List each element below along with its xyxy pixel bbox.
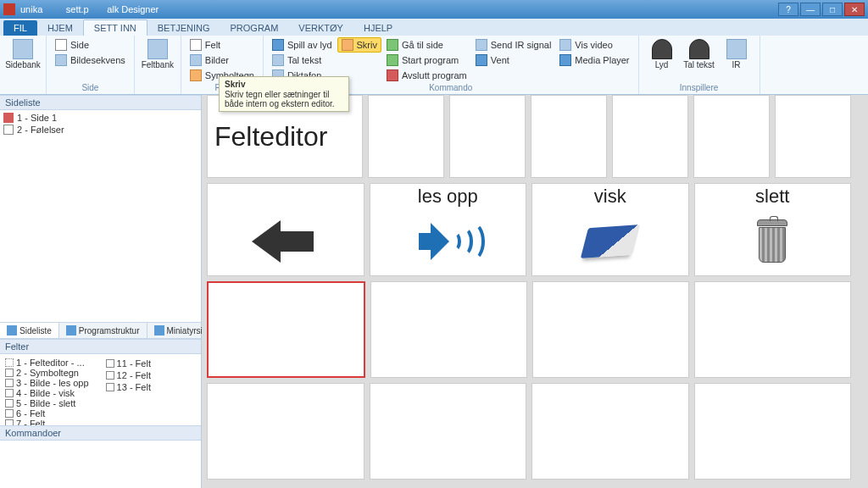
cell-les-opp[interactable]: les opp (370, 183, 527, 276)
felter-item[interactable]: 13 - Felt (106, 381, 151, 393)
checkbox-icon (106, 359, 114, 368)
skriv-button[interactable]: Skriv (337, 37, 381, 53)
tab-verktoy[interactable]: VERKTØY (288, 20, 353, 36)
spill-av-lyd-button[interactable]: Spill av lyd (269, 37, 336, 52)
goto-icon (387, 39, 398, 51)
felter-item[interactable]: 3 - Bilde - les opp (5, 378, 89, 388)
tab-settinn[interactable]: SETT INN (83, 19, 147, 36)
felt-icon (190, 39, 202, 51)
sideliste-item[interactable]: 2 - Følelser (3, 124, 198, 136)
cell-empty[interactable] (694, 383, 852, 480)
felter-item[interactable]: 12 - Felt (106, 369, 151, 381)
page-icon (55, 39, 67, 51)
sidebank-button[interactable]: Sidebank (5, 37, 41, 82)
cell-slett[interactable]: slett (694, 183, 852, 276)
ribbon: Sidebank Side Bildesekvens Side Feltbank… (0, 36, 868, 95)
media-player-button[interactable]: Media Player (556, 53, 632, 67)
felter-label: 11 - Felt (117, 358, 151, 369)
cell-empty[interactable] (370, 281, 527, 378)
felter-item[interactable]: 1 - Felteditor - ... (5, 358, 89, 368)
eraser-icon (581, 225, 640, 258)
feltbank-button[interactable]: Feltbank (140, 37, 175, 82)
vis-video-button[interactable]: Vis video (556, 37, 632, 52)
cell-empty[interactable] (531, 95, 607, 178)
cell-empty[interactable] (612, 95, 688, 178)
send-ir-button[interactable]: Send IR signal (472, 37, 555, 52)
checkbox-icon (5, 358, 14, 367)
kommandoer-header: Kommandoer (0, 425, 201, 441)
pencil-icon (342, 39, 353, 51)
symboltegn-icon (190, 69, 202, 81)
tab-programstruktur[interactable]: Programstruktur (59, 323, 147, 338)
checkbox-icon (5, 369, 14, 377)
cell-empty[interactable] (449, 95, 526, 178)
ga-til-side-button[interactable]: Gå til side (383, 37, 470, 52)
sideliste-header: Sideliste (0, 95, 201, 110)
tab-sideliste[interactable]: Sideliste (0, 323, 59, 338)
cell-empty[interactable] (368, 95, 444, 178)
tal-tekst-button[interactable]: Tal tekst (269, 53, 336, 67)
felter-header: Felter (0, 339, 201, 354)
avslutt-program-button[interactable]: Avslutt program (383, 68, 470, 82)
cell-empty[interactable] (775, 95, 851, 178)
lyd-label: Lyd (655, 60, 669, 69)
panel-tabs: Sideliste Programstruktur Miniatyrsider (0, 322, 201, 339)
cell-empty[interactable] (207, 383, 364, 480)
felter-body: 1 - Felteditor - ...2 - Symboltegn3 - Bi… (0, 354, 201, 425)
tal-tekst-rec-button[interactable]: Tal tekst (682, 37, 717, 82)
checkbox-icon (106, 371, 114, 380)
cell-empty[interactable] (693, 95, 770, 178)
felter-label: 13 - Felt (117, 382, 151, 392)
help-button[interactable]: ? (778, 3, 798, 16)
close-button[interactable]: ✕ (844, 3, 865, 16)
cell-selected[interactable] (207, 281, 365, 378)
felter-item[interactable]: 2 - Symboltegn (5, 368, 89, 378)
feltbank-label: Feltbank (142, 60, 174, 69)
tab-program[interactable]: PROGRAM (220, 20, 289, 36)
felter-label: 4 - Bilde - visk (16, 388, 75, 398)
sideliste-item[interactable]: 1 - Side 1 (3, 112, 198, 124)
tree-icon (66, 325, 76, 336)
felter-item[interactable]: 5 - Bilde - slett (5, 398, 89, 408)
checkbox-icon (5, 399, 14, 408)
cell-empty[interactable] (531, 383, 689, 480)
trash-icon (755, 219, 789, 263)
felter-label: 5 - Bilde - slett (16, 398, 75, 408)
felt-button[interactable]: Felt (186, 37, 258, 52)
side-button[interactable]: Side (52, 37, 129, 52)
sidebank-label: Sidebank (5, 60, 41, 69)
cell-empty[interactable] (694, 281, 851, 378)
lyd-button[interactable]: Lyd (644, 37, 680, 82)
cell-caption: slett (755, 186, 789, 208)
tab-fil[interactable]: FIL (3, 20, 37, 36)
tab-betjening[interactable]: BETJENING (147, 20, 220, 36)
tab-hjem[interactable]: HJEM (37, 20, 83, 36)
tooltip-body: Skriv tegn eller sætninger til både inte… (225, 90, 343, 108)
cell-back[interactable] (207, 183, 364, 276)
ir-rec-button[interactable]: IR (719, 37, 754, 82)
ir-rec-icon (726, 39, 747, 59)
headset-icon (652, 39, 672, 59)
felter-item[interactable]: 4 - Bilde - visk (5, 388, 89, 398)
window-title: unika sett.p alk Designer (20, 4, 778, 14)
cell-visk[interactable]: visk (531, 183, 689, 276)
pause-icon (476, 54, 487, 66)
start-program-button[interactable]: Start program (383, 53, 470, 67)
cell-empty[interactable] (532, 281, 689, 378)
minimize-button[interactable]: — (800, 3, 821, 16)
bildesekvens-button[interactable]: Bildesekvens (52, 53, 129, 67)
left-panel: Sideliste 1 - Side 1 2 - Følelser Sideli… (0, 95, 202, 488)
felter-item[interactable]: 7 - Felt (5, 419, 89, 425)
media-icon (559, 54, 571, 66)
felter-label: 6 - Felt (16, 408, 45, 419)
vent-button[interactable]: Vent (472, 53, 555, 67)
ir-rec-label: IR (732, 60, 741, 69)
checkbox-icon (5, 389, 14, 397)
cell-caption: les opp (418, 186, 478, 208)
felter-item[interactable]: 6 - Felt (5, 408, 89, 419)
felter-item[interactable]: 11 - Felt (106, 358, 151, 369)
tab-hjelp[interactable]: HJELP (353, 20, 403, 36)
cell-empty[interactable] (370, 383, 527, 480)
bilder-button[interactable]: Bilder (186, 53, 258, 67)
maximize-button[interactable]: □ (822, 3, 843, 16)
